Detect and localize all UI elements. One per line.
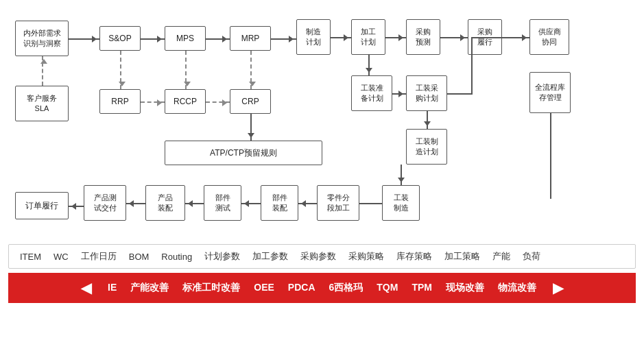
- banner-tqm: TQM: [377, 282, 398, 294]
- arrow-mps-rccp: [185, 51, 187, 89]
- box-kehu: 客户服务SLA: [15, 86, 69, 121]
- arrow-gzzzjh-to-gzzz: [401, 165, 402, 185]
- red-banner: IE 产能改善 标准工时改善 OEE PDCA 6西格玛 TQM TPM 现场改…: [8, 273, 636, 303]
- banner-items: IE 产能改善 标准工时改善 OEE PDCA 6西格玛 TQM TPM 现场改…: [108, 282, 536, 294]
- box-gongzhuangcaigou: 工装采购计划: [406, 75, 447, 111]
- legend-item-routing: Routing: [161, 252, 192, 262]
- box-caigou: 采购预测: [406, 19, 440, 55]
- box-dingdanl: 订单履行: [15, 192, 69, 219]
- arrow-mrp-crp: [250, 51, 252, 89]
- arrow-mrp-zhizao: [271, 38, 296, 40]
- legend-item-gzrl: 工作日历: [81, 250, 117, 263]
- legend-item-cg: 采购参数: [300, 250, 336, 263]
- banner-tpm: TPM: [412, 282, 432, 294]
- arrow-caigou-lv: [440, 37, 468, 38]
- box-sop: S&OP: [99, 26, 141, 51]
- legend-item-item: ITEM: [20, 252, 41, 262]
- banner-wlgs: 物流改善: [498, 282, 536, 294]
- legend-item-wc: WC: [53, 252, 69, 262]
- legend-item-kc: 库存策略: [396, 250, 432, 263]
- box-gongzhuangzhi: 工装制造计划: [406, 129, 447, 165]
- arrow-mrp-atp: [250, 114, 252, 141]
- conn-h-ql2: [471, 37, 529, 38]
- legend-item-jgcl: 加工策略: [444, 250, 480, 263]
- arrow-gzcg-gzzz: [427, 111, 428, 129]
- arrow-sop-mps: [141, 38, 165, 40]
- banner-xcgs: 现场改善: [446, 282, 484, 294]
- arrow-sop-rrp: [120, 51, 121, 89]
- conn-gzzz-lfjg: [359, 203, 382, 204]
- box-cpzp: 产品装配: [145, 185, 185, 221]
- legend-item-cn: 产能: [492, 250, 510, 263]
- box-atp: ATP/CTP预留规则: [165, 141, 322, 165]
- arrow-gzzb-gzcg: [392, 93, 406, 95]
- legend-item-jg: 加工参数: [252, 250, 288, 263]
- arrow-bjcs-cpzp: [185, 203, 204, 204]
- conn-ql-down: [550, 113, 551, 199]
- banner-ie: IE: [108, 282, 117, 294]
- arrow-rrp-rccp: [141, 101, 165, 103]
- legend-item-jh: 计划参数: [204, 250, 240, 263]
- box-zhizao: 制造计划: [296, 19, 331, 55]
- arrow-mps-mrp: [206, 38, 230, 40]
- arrow-cpcs-dingdan: [69, 206, 84, 207]
- legend-item-fh: 负荷: [523, 250, 540, 263]
- conn-gzcg-ql: [447, 93, 471, 95]
- box-rrp: RRP: [99, 89, 141, 114]
- box-gongyingshang: 供应商协同: [529, 19, 569, 55]
- box-crp: CRP: [230, 89, 271, 114]
- box-gzzz: 工装制造: [382, 185, 420, 221]
- arrow-jiagong-caigou: [385, 37, 406, 38]
- arrow-cpzp-cpcs: [126, 203, 145, 204]
- arrow-neiwai-sop: [69, 38, 99, 40]
- arrow-kehu-neiwai: [42, 56, 43, 86]
- box-bjzp: 部件装配: [261, 185, 298, 221]
- banner-oee: OEE: [254, 282, 274, 294]
- legend-item-cgcl: 采购策略: [348, 250, 384, 263]
- box-lfjg: 零件分段加工: [317, 185, 359, 221]
- box-mrp: MRP: [230, 26, 271, 51]
- banner-pdca: PDCA: [288, 282, 315, 294]
- arrow-bjzp-bjcs: [241, 203, 261, 204]
- arrow-zhizao-jiagong: [331, 37, 351, 38]
- box-rccp: RCCP: [165, 89, 206, 114]
- banner-cn: 产能改善: [130, 282, 169, 294]
- flow-diagram: 内外部需求识别与洞察 S&OP MPS MRP 制造计划 加工计划 采购预测 采…: [8, 7, 636, 240]
- banner-bzgs: 标准工时改善: [182, 282, 240, 294]
- arrow-jiagong-gzzb: [368, 55, 370, 75]
- conn-v-ql: [471, 37, 473, 95]
- main-container: 内外部需求识别与洞察 S&OP MPS MRP 制造计划 加工计划 采购预测 采…: [0, 0, 644, 303]
- arrow-rccp-crp: [206, 101, 230, 103]
- box-bjcs: 部件测试: [204, 185, 241, 221]
- box-jiagong: 加工计划: [351, 19, 385, 55]
- box-cpcs: 产品测试交付: [84, 185, 126, 221]
- box-quanliucheng: 全流程库存管理: [529, 72, 571, 113]
- arrow-lfjg-bjzp: [298, 203, 317, 204]
- box-gongzhuang1: 工装准备计划: [351, 75, 392, 111]
- legend-bar: ITEM WC 工作日历 BOM Routing 计划参数 加工参数 采购参数 …: [8, 244, 636, 269]
- box-neiwai: 内外部需求识别与洞察: [15, 21, 69, 56]
- legend-item-bom: BOM: [129, 252, 150, 262]
- banner-6xgm: 6西格玛: [329, 282, 363, 294]
- box-mps: MPS: [165, 26, 206, 51]
